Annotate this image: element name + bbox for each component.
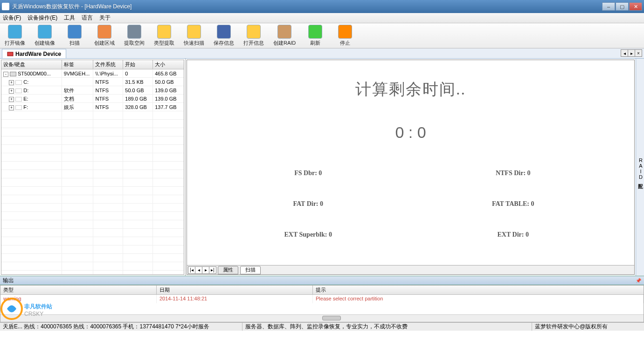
- pane-nav-prev[interactable]: ◂: [195, 266, 202, 274]
- device-row-empty: [1, 153, 184, 162]
- menu-about[interactable]: 关于: [99, 14, 111, 22]
- toolbar-create-raid-button[interactable]: 创建RAID: [273, 25, 296, 47]
- device-row-empty: [1, 120, 184, 128]
- device-row-empty: [1, 128, 184, 136]
- device-row-empty: [1, 229, 184, 237]
- status-bar: 天盾E... 热线：4000076365 热线：4000076365 手机：13…: [0, 322, 644, 331]
- stat-fs-dbr: FS Dbr: 0: [206, 170, 411, 177]
- toolbar-create-image-button[interactable]: 创建镜像: [35, 25, 55, 47]
- output-col-date[interactable]: 日期: [157, 286, 313, 294]
- toolbar-open-info-button[interactable]: 打开信息: [243, 25, 264, 47]
- title-bar: 天盾Windows数据恢复软件 - [HardWare Device] – ▢ …: [0, 0, 644, 13]
- menu-device-ops[interactable]: 设备操作(E): [28, 14, 57, 22]
- toolbar-open-image-button[interactable]: 打开镜像: [5, 25, 25, 47]
- menu-device[interactable]: 设备(F): [3, 14, 21, 22]
- stat-ntfs-dir: NTFS Dir: 0: [411, 170, 616, 177]
- device-row-empty: [1, 212, 184, 220]
- stat-ext-superblk: EXT Superblk: 0: [206, 231, 411, 238]
- device-row[interactable]: +E:文档NTFS189.0 GB139.0 GB: [1, 95, 184, 103]
- device-row-empty: [1, 271, 184, 275]
- save-info-icon: [217, 25, 231, 39]
- toolbar-label: 刷新: [310, 40, 320, 47]
- vertical-tab-raid-config[interactable]: RAID配置: [636, 59, 644, 276]
- document-tab-hardware-device[interactable]: HardWare Device: [2, 49, 66, 58]
- menu-language[interactable]: 语言: [82, 14, 93, 22]
- device-row-empty: [1, 245, 184, 254]
- output-panel: 类型 日期 提示 warning2014-11-14 11:48:21Pleas…: [0, 285, 644, 322]
- header-fs[interactable]: 文件系统: [93, 60, 123, 69]
- output-pin-icon[interactable]: 📌: [636, 278, 641, 283]
- tab-nav-next[interactable]: ▸: [628, 49, 635, 57]
- content-pane-tabs: |◂ ◂ ▸ ▸| 属性 扫描: [187, 265, 634, 274]
- device-row[interactable]: +F:娱乐NTFS328.0 GB137.7 GB: [1, 103, 184, 111]
- device-row-empty: [1, 237, 184, 245]
- output-scrollbar[interactable]: [0, 314, 644, 322]
- tree-expander[interactable]: -: [3, 72, 8, 77]
- pane-nav-last[interactable]: ▸|: [209, 266, 216, 274]
- tab-nav-close[interactable]: ×: [635, 49, 642, 57]
- toolbar-label: 扫描: [69, 40, 80, 47]
- toolbar-quick-scan-button[interactable]: 快速扫描: [184, 25, 204, 47]
- refresh-icon: [308, 25, 322, 39]
- device-row-empty: [1, 145, 184, 153]
- toolbar-extract-free-button[interactable]: 提取空闲: [124, 25, 145, 47]
- header-start[interactable]: 开始: [123, 60, 153, 69]
- device-row-empty: [1, 220, 184, 229]
- menu-tools[interactable]: 工具: [64, 14, 75, 22]
- device-row[interactable]: +C:NTFS31.5 KB50.0 GB: [1, 78, 184, 86]
- close-button[interactable]: ✕: [629, 2, 642, 11]
- tree-expander[interactable]: +: [9, 80, 14, 85]
- toolbar-label: 停止: [340, 40, 350, 47]
- minimize-button[interactable]: –: [602, 2, 615, 11]
- device-row-empty: [1, 262, 184, 271]
- toolbar-label: 类型提取: [154, 40, 174, 47]
- pane-tab-properties[interactable]: 属性: [218, 266, 238, 274]
- extract-free-icon: [127, 25, 141, 39]
- header-label[interactable]: 标签: [62, 60, 94, 69]
- device-row-empty: [1, 111, 184, 120]
- output-header: 输出 📌: [0, 276, 644, 285]
- device-row-empty: [1, 195, 184, 204]
- maximize-button[interactable]: ▢: [616, 2, 629, 11]
- device-table-header: 设备/硬盘 标签 文件系统 开始 大小: [1, 60, 184, 69]
- header-device[interactable]: 设备/硬盘: [1, 60, 62, 69]
- output-col-msg[interactable]: 提示: [313, 286, 644, 294]
- toolbar-stop-button[interactable]: 停止: [335, 25, 355, 47]
- device-row-empty: [1, 170, 184, 178]
- device-row[interactable]: -ST500DM00...9VMGEH...\\.\Physi...0465.8…: [1, 69, 184, 78]
- scan-time: 0 : 0: [395, 123, 426, 142]
- toolbar: 打开镜像创建镜像扫描创建区域提取空闲类型提取快速扫描保存信息打开信息创建RAID…: [0, 23, 644, 48]
- toolbar-type-extract-button[interactable]: 类型提取: [154, 25, 174, 47]
- pane-tab-scan[interactable]: 扫描: [240, 266, 261, 274]
- tree-expander[interactable]: +: [9, 97, 14, 102]
- toolbar-create-region-button[interactable]: 创建区域: [94, 25, 115, 47]
- disk-icon: [10, 72, 16, 76]
- device-row[interactable]: +D:软件NTFS50.0 GB139.0 GB: [1, 86, 184, 95]
- toolbar-save-info-button[interactable]: 保存信息: [214, 25, 234, 47]
- pane-nav-first[interactable]: |◂: [188, 266, 195, 274]
- toolbar-label: 打开镜像: [5, 40, 25, 47]
- device-row-empty: [1, 254, 184, 262]
- document-tab-strip: HardWare Device ◂ ▸ ×: [0, 48, 644, 59]
- output-col-type[interactable]: 类型: [0, 286, 157, 294]
- pane-nav-next[interactable]: ▸: [202, 266, 209, 274]
- tree-expander[interactable]: +: [9, 105, 14, 110]
- output-row[interactable]: warning2014-11-14 11:48:21Please select …: [0, 295, 644, 303]
- stop-icon: [338, 25, 352, 39]
- toolbar-label: 创建RAID: [273, 40, 296, 47]
- device-row-empty: [1, 178, 184, 187]
- tab-nav-prev[interactable]: ◂: [621, 49, 628, 57]
- toolbar-label: 保存信息: [214, 40, 234, 47]
- device-row-empty: [1, 136, 184, 145]
- toolbar-label: 创建区域: [94, 40, 115, 47]
- status-left: 天盾E... 热线：4000076365 热线：4000076365 手机：13…: [0, 323, 242, 331]
- toolbar-label: 提取空闲: [124, 40, 145, 47]
- volume-icon: [15, 88, 22, 93]
- toolbar-scan-button[interactable]: 扫描: [64, 25, 85, 47]
- scan-icon: [68, 25, 82, 39]
- header-size[interactable]: 大小: [153, 60, 184, 69]
- tree-expander[interactable]: +: [9, 88, 14, 94]
- toolbar-label: 打开信息: [243, 40, 264, 47]
- create-region-icon: [97, 25, 111, 39]
- toolbar-refresh-button[interactable]: 刷新: [305, 25, 325, 47]
